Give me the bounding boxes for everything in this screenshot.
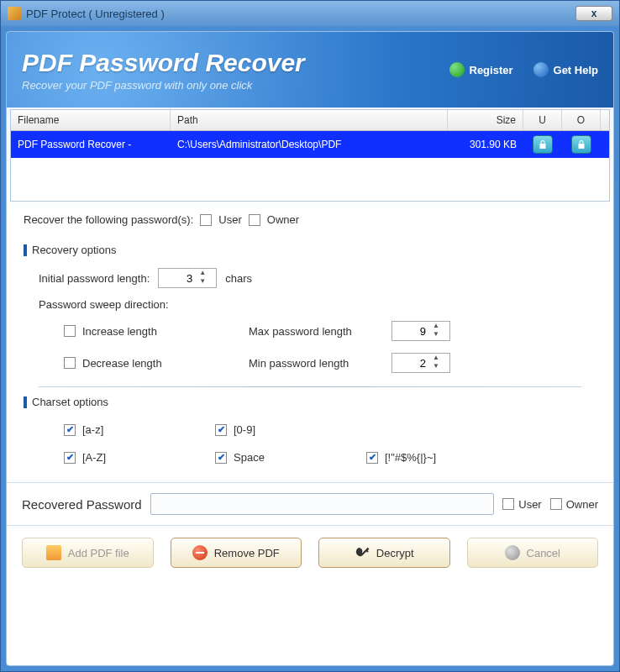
recovered-label: Recovered Password — [22, 497, 142, 512]
recover-passwords-row: Recover the following password(s): User … — [7, 202, 613, 233]
cell-size: 301.90 KB — [448, 139, 523, 150]
cell-filename: PDF Password Recover - — [11, 139, 171, 150]
spin-down-icon[interactable]: ▼ — [196, 278, 209, 286]
help-link[interactable]: Get Help — [533, 62, 598, 77]
min-length-input[interactable] — [392, 357, 429, 370]
max-length-label: Max password length — [249, 325, 391, 338]
bar-icon — [24, 396, 27, 408]
help-icon — [533, 62, 549, 77]
az-upper-label: [A-Z] — [82, 451, 106, 464]
increase-checkbox[interactable] — [64, 325, 76, 337]
cell-path: C:\Users\Administrator\Desktop\PDF — [171, 139, 448, 150]
max-length-input[interactable] — [392, 325, 429, 338]
min-length-label: Min password length — [249, 357, 391, 370]
cancel-button[interactable]: Cancel — [467, 538, 599, 568]
recovered-owner-label: Owner — [566, 498, 598, 511]
sweep-label: Password sweep direction: — [39, 298, 581, 311]
col-u[interactable]: U — [523, 110, 562, 130]
initial-length-input[interactable] — [159, 272, 196, 285]
register-label: Register — [470, 64, 513, 76]
recovered-password-field[interactable] — [150, 493, 495, 515]
spin-down-icon[interactable]: ▼ — [429, 331, 443, 339]
file-row[interactable]: PDF Password Recover - C:\Users\Administ… — [11, 131, 609, 158]
col-path[interactable]: Path — [171, 110, 448, 130]
recovery-options-panel: Recovery options Initial password length… — [18, 238, 602, 475]
col-filename[interactable]: Filename — [11, 110, 171, 130]
register-link[interactable]: Register — [449, 62, 513, 77]
owner-cb-label: Owner — [267, 213, 299, 226]
remove-icon — [192, 545, 208, 560]
app-header: PDF Password Recover Recover your PDF pa… — [7, 32, 613, 108]
recovered-user-label: User — [518, 498, 541, 511]
cell-u — [523, 135, 562, 154]
divider — [39, 386, 581, 387]
owner-checkbox[interactable] — [249, 214, 260, 226]
recovered-owner-checkbox[interactable] — [550, 498, 562, 510]
remove-pdf-button[interactable]: Remove PDF — [171, 538, 302, 568]
folder-icon — [46, 545, 61, 560]
az-checkbox[interactable] — [64, 424, 76, 436]
col-o[interactable]: O — [562, 110, 601, 130]
app-icon — [8, 7, 21, 20]
initial-length-label: Initial password length: — [39, 272, 150, 285]
cancel-icon — [505, 545, 520, 560]
bar-icon — [24, 244, 27, 256]
decrease-checkbox[interactable] — [64, 357, 76, 369]
digits-checkbox[interactable] — [215, 424, 227, 436]
titlebar: PDF Protect ( Unregistered ) x — [1, 1, 619, 26]
recovered-password-row: Recovered Password User Owner — [7, 482, 613, 526]
recovered-user-checkbox[interactable] — [502, 498, 514, 510]
client-area: PDF Password Recover Recover your PDF pa… — [6, 31, 614, 666]
space-label: Space — [234, 451, 265, 464]
globe-icon — [449, 62, 465, 77]
user-cb-label: User — [218, 213, 241, 226]
min-length-spinner[interactable]: ▲▼ — [391, 353, 450, 373]
help-label: Get Help — [554, 64, 598, 76]
user-lock-icon[interactable] — [533, 135, 553, 154]
recovery-options-title: Recovery options — [24, 244, 596, 256]
header-subtitle: Recover your PDF password with only one … — [22, 79, 449, 92]
file-list-header: Filename Path Size U O — [11, 110, 609, 131]
az-label: [a-z] — [82, 423, 103, 436]
space-checkbox[interactable] — [215, 452, 227, 464]
col-size[interactable]: Size — [448, 110, 523, 130]
owner-lock-icon[interactable] — [571, 135, 591, 154]
close-button[interactable]: x — [575, 6, 612, 21]
cell-o — [562, 135, 601, 154]
charset-options-title: Charset options — [24, 396, 596, 408]
decrypt-button[interactable]: Decrypt — [318, 538, 450, 568]
recover-label: Recover the following password(s): — [24, 213, 193, 226]
file-list: Filename Path Size U O PDF Password Reco… — [10, 109, 610, 202]
increase-label: Increase length — [82, 325, 157, 338]
initial-length-spinner[interactable]: ▲▼ — [158, 268, 217, 288]
user-checkbox[interactable] — [200, 214, 212, 226]
chars-label: chars — [225, 272, 252, 285]
symbols-label: [!"#$%{|}~] — [385, 451, 436, 464]
app-window: PDF Protect ( Unregistered ) x PDF Passw… — [0, 0, 620, 672]
decrease-label: Decrease length — [82, 357, 162, 370]
az-upper-checkbox[interactable] — [64, 452, 76, 464]
window-title: PDF Protect ( Unregistered ) — [26, 8, 575, 20]
spin-down-icon[interactable]: ▼ — [429, 363, 443, 371]
key-icon — [355, 545, 370, 560]
max-length-spinner[interactable]: ▲▼ — [391, 321, 450, 341]
header-title: PDF Password Recover — [22, 49, 449, 77]
add-pdf-button[interactable]: Add PDF file — [22, 538, 154, 568]
symbols-checkbox[interactable] — [366, 452, 378, 464]
button-bar: Add PDF file Remove PDF Decrypt Cancel — [7, 526, 613, 580]
digits-label: [0-9] — [234, 423, 255, 436]
